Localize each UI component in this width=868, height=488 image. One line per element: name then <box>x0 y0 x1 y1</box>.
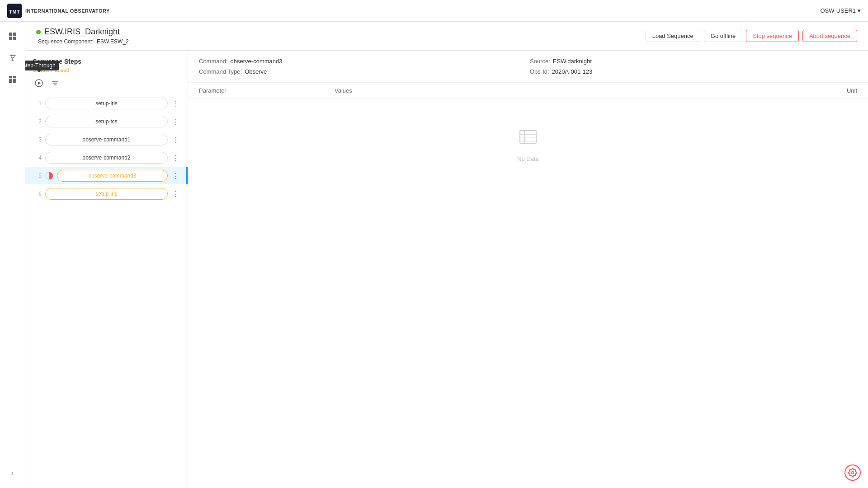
no-data-container: No Data <box>188 99 868 189</box>
step-number: 3 <box>33 136 42 143</box>
source-value: ESW.darknight <box>553 58 592 65</box>
svg-rect-2 <box>9 33 12 36</box>
svg-rect-3 <box>13 33 16 36</box>
username: OSW-USER1 <box>821 7 856 14</box>
step-item-3[interactable]: 3 observe-command1 ⋮ <box>25 131 188 148</box>
sidebar-expand-btn[interactable]: › <box>11 469 14 477</box>
svg-rect-4 <box>9 37 12 40</box>
load-sequence-button[interactable]: Load Sequence <box>646 30 700 42</box>
command-value: observe-command3 <box>231 58 283 65</box>
tmt-logo-icon: TMT <box>7 4 22 18</box>
svg-rect-11 <box>13 76 16 78</box>
sidebar-item-dashboard[interactable] <box>4 70 22 89</box>
source-label: Source: <box>530 58 550 65</box>
step-command-btn[interactable]: setup-tcs <box>45 116 168 127</box>
no-data-icon <box>517 126 539 152</box>
sidebar-item-telescope[interactable] <box>4 49 22 67</box>
in-progress-icon <box>45 172 53 180</box>
step-item-6[interactable]: 6 setup-iris ⋮ <box>25 185 188 202</box>
step-more-btn[interactable]: ⋮ <box>171 117 180 126</box>
step-through-tooltip-container: Step-Through <box>33 77 45 89</box>
command-type-label: Command Type: <box>199 68 242 75</box>
step-command-btn[interactable]: observe-command3 <box>57 170 168 182</box>
step-more-btn[interactable]: ⋮ <box>171 172 180 180</box>
step-command-btn[interactable]: setup-iris <box>45 188 168 200</box>
sequence-component-label: Sequence Component: <box>38 38 94 45</box>
step-number: 1 <box>33 100 42 107</box>
app-title: INTERNATIONAL OBSERVATORY <box>25 8 110 14</box>
sequence-component-value: ESW.ESW_2 <box>97 38 129 45</box>
step-command-btn[interactable]: setup-iris <box>45 98 168 109</box>
abort-sequence-button[interactable]: Abort sequence <box>802 30 857 42</box>
step-list: 1 setup-iris ⋮ 2 setup-tcs ⋮ 3 observe-c… <box>25 95 188 202</box>
settings-icon <box>848 468 857 477</box>
command-type-value: Observe <box>245 68 267 75</box>
step-number: 4 <box>33 155 42 161</box>
content-area: ESW.IRIS_Darknight Sequence Component: E… <box>25 22 868 488</box>
svg-rect-12 <box>9 79 12 83</box>
command-row: Command: observe-command3 <box>199 58 526 65</box>
no-data-text: No Data <box>517 155 539 162</box>
sequence-name: ESW.IRIS_Darknight <box>44 27 120 37</box>
table-header: Parameter Values Unit <box>188 83 868 99</box>
user-menu[interactable]: OSW-USER1 ▾ <box>821 7 861 14</box>
step-more-btn[interactable]: ⋮ <box>171 136 180 144</box>
step-item-5[interactable]: 5 observe-command3 ⋮ <box>25 167 188 184</box>
step-item-1[interactable]: 1 setup-iris ⋮ <box>25 95 188 112</box>
sequence-panel: Sequence Steps Status: Paused Step-Throu… <box>25 51 868 488</box>
svg-marker-15 <box>38 82 41 85</box>
svg-point-25 <box>852 472 854 474</box>
step-item-2[interactable]: 2 setup-tcs ⋮ <box>25 113 188 130</box>
stop-sequence-button[interactable]: Stop sequence <box>746 30 799 42</box>
header-actions: Load Sequence Go offline Stop sequence A… <box>646 30 857 42</box>
telescope-icon <box>8 53 17 62</box>
filter-icon <box>51 79 59 87</box>
col-values: Values <box>335 87 767 94</box>
col-unit: Unit <box>767 87 857 94</box>
svg-rect-5 <box>13 37 16 40</box>
obs-id-label: Obs-Id: <box>530 68 549 75</box>
source-row: Source: ESW.darknight <box>530 58 857 65</box>
step-more-btn[interactable]: ⋮ <box>171 99 180 108</box>
status-indicator <box>36 30 41 34</box>
svg-rect-10 <box>9 76 12 78</box>
step-item-4[interactable]: 4 observe-command2 ⋮ <box>25 149 188 166</box>
grid-icon <box>8 32 17 41</box>
meta-grid: Command: observe-command3 Source: ESW.da… <box>199 58 857 75</box>
sidebar-item-grid[interactable] <box>4 27 22 45</box>
command-label: Command: <box>199 58 228 65</box>
dashboard-icon <box>8 75 17 84</box>
step-through-tooltip: Step-Through <box>25 61 59 70</box>
go-offline-button[interactable]: Go offline <box>704 30 742 42</box>
sequence-title-group: ESW.IRIS_Darknight Sequence Component: E… <box>36 27 129 45</box>
settings-corner-button[interactable] <box>844 465 861 481</box>
svg-text:TMT: TMT <box>9 9 20 14</box>
step-command-btn[interactable]: observe-command2 <box>45 152 168 164</box>
active-step-indicator <box>186 167 188 184</box>
step-command-btn[interactable]: observe-command1 <box>45 134 168 145</box>
top-nav: TMT INTERNATIONAL OBSERVATORY OSW-USER1 … <box>0 0 868 22</box>
step-number: 6 <box>33 191 42 197</box>
play-button[interactable] <box>33 77 45 89</box>
command-type-row: Command Type: Observe <box>199 68 526 75</box>
parameters-table: Parameter Values Unit <box>188 83 868 488</box>
obs-id-row: Obs-Id: 2020A-001-123 <box>530 68 857 75</box>
step-number: 5 <box>33 173 42 179</box>
main-layout: › ESW.IRIS_Darknight Sequence Component:… <box>0 22 868 488</box>
chevron-down-icon: ▾ <box>858 7 861 14</box>
detail-panel: Command: observe-command3 Source: ESW.da… <box>188 51 868 488</box>
play-icon <box>35 79 43 87</box>
svg-rect-13 <box>13 79 16 83</box>
steps-toolbar: Step-Through <box>25 77 188 95</box>
steps-panel: Sequence Steps Status: Paused Step-Throu… <box>25 51 188 488</box>
detail-meta: Command: observe-command3 Source: ESW.da… <box>188 51 868 83</box>
header-bar: ESW.IRIS_Darknight Sequence Component: E… <box>25 22 868 51</box>
col-parameter: Parameter <box>199 87 335 94</box>
step-number: 2 <box>33 118 42 125</box>
step-more-btn[interactable]: ⋮ <box>171 190 180 198</box>
sequence-component: Sequence Component: ESW.ESW_2 <box>36 38 129 45</box>
filter-button[interactable] <box>49 77 61 89</box>
obs-id-value: 2020A-001-123 <box>552 68 593 75</box>
step-more-btn[interactable]: ⋮ <box>171 154 180 162</box>
sidebar: › <box>0 22 25 488</box>
